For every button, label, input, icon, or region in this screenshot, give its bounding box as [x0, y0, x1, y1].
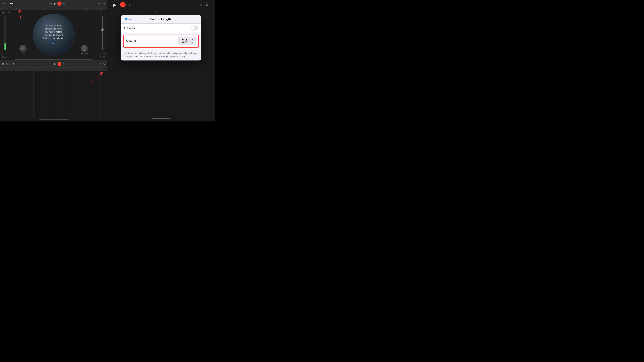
svg-text:5: 5 — [138, 11, 138, 13]
loop-bottom-icon[interactable]: ○ — [100, 62, 102, 65]
level-meter — [4, 16, 6, 50]
play-button[interactable]: ▶ — [54, 2, 56, 5]
svg-rect-38 — [107, 9, 215, 13]
tone-label: Tone — [21, 53, 25, 54]
svg-text:4: 4 — [44, 8, 45, 9]
settings-top-icon[interactable]: ⚙ — [102, 1, 106, 6]
manual-section: Manual 24 ∧ ∨ — [123, 34, 199, 48]
hint-text: Tap the arrows to change the length incr… — [121, 49, 201, 60]
rewind-button[interactable]: ⏮ — [50, 2, 53, 5]
channel-label: Channel — [2, 56, 8, 58]
record-dialog: Point your iPhone towards the sound you … — [43, 24, 64, 45]
svg-text:2: 2 — [16, 8, 17, 9]
svg-text:2: 2 — [16, 68, 17, 70]
back-button[interactable]: ‹ Back — [124, 18, 131, 21]
bottom-scrollbar[interactable] — [39, 119, 68, 120]
svg-text:8: 8 — [196, 11, 196, 13]
layout-box-icon[interactable]: □ — [6, 1, 8, 6]
section-length-popover: ‹ Back Section Length Automatic Manual — [121, 15, 201, 60]
dialog-text: Point your iPhone towards the sound you … — [43, 24, 64, 40]
out-label: OUT — [102, 12, 106, 14]
in-label: IN — [2, 12, 4, 14]
layout-list-icon[interactable]: ≡≡ — [10, 1, 14, 6]
track-area[interactable] — [0, 71, 107, 118]
right-panel: ▶ △ ○ ⚙ 5 6 7 8 ‹ Back — [107, 0, 215, 121]
settings-right-icon[interactable]: ⚙ — [206, 3, 209, 7]
record-button[interactable] — [58, 1, 62, 6]
stepper-container: 24 ∧ ∨ — [178, 37, 196, 45]
bottom-scrollbar-area — [0, 118, 107, 121]
monitor-label: Monitor — [100, 56, 106, 58]
svg-text:3: 3 — [30, 8, 31, 9]
svg-text:6: 6 — [72, 68, 73, 70]
fx-button[interactable]: FX — [12, 63, 14, 65]
back-label: Back — [125, 18, 131, 21]
right-slider[interactable] — [102, 16, 103, 50]
popover-body: Automatic Manual 24 ∧ ∨ — [121, 23, 201, 60]
audio-content-area: IN ✏ OUT Point your iPhone towards the s… — [0, 10, 107, 59]
home-indicator-bar — [107, 116, 215, 121]
top-ruler: 1 2 3 4 5 6 7 8 — [0, 7, 107, 10]
ok-button[interactable]: OK — [49, 41, 58, 45]
svg-text:5: 5 — [58, 68, 59, 70]
add-section-button[interactable]: + — [104, 67, 106, 71]
toggle-thumb — [191, 26, 195, 30]
popover-title: Section Length — [131, 17, 189, 21]
mixer-icon[interactable]: ⫶ — [15, 1, 18, 6]
mic-icon[interactable]: 🎙 — [5, 62, 8, 65]
edit-icon[interactable]: ✏ — [8, 12, 10, 14]
back-chevron-icon: ‹ — [124, 18, 124, 21]
home-indicator — [152, 118, 170, 119]
svg-text:7: 7 — [87, 8, 88, 9]
track-editor-section: ⊏ 🎙 ⫶ FX ⏮ ▶ △ ○ ⚙ 1 2 3 — [0, 60, 107, 121]
right-ruler: 5 6 7 8 — [107, 9, 215, 14]
brightness-icon[interactable]: ☀ — [97, 1, 101, 6]
record-right-button[interactable] — [120, 2, 126, 7]
svg-text:6: 6 — [72, 8, 73, 9]
stepper-down-button[interactable]: ∨ — [191, 41, 194, 44]
manual-label: Manual — [126, 39, 178, 43]
svg-text:4: 4 — [44, 68, 45, 70]
svg-text:8: 8 — [101, 8, 102, 9]
metronome-bottom-button[interactable]: △ — [63, 62, 64, 65]
squeeze-knob[interactable] — [81, 45, 88, 52]
svg-text:3: 3 — [30, 68, 31, 70]
stepper-up-button[interactable]: ∧ — [191, 38, 194, 41]
loop-right-icon[interactable]: ○ — [200, 3, 202, 7]
svg-text:7: 7 — [176, 11, 177, 13]
svg-text:6: 6 — [157, 11, 158, 13]
top-scrollbar[interactable] — [15, 59, 92, 60]
popover-header: ‹ Back Section Length — [121, 15, 201, 23]
automatic-label: Automatic — [124, 27, 190, 30]
top-toolbar: ▾ □ ≡≡ ⫶ ⏮ ▶ △ ☀ ⚙ — [0, 0, 107, 7]
squeeze-label: Squeeze — [81, 53, 88, 54]
mixer-bottom-icon[interactable]: ⫶ — [9, 62, 10, 65]
svg-text:8: 8 — [101, 68, 102, 70]
rewind-bottom-button[interactable]: ⏮ — [50, 62, 52, 65]
stepper-arrows: ∧ ∨ — [191, 38, 194, 44]
automatic-toggle[interactable] — [190, 26, 198, 30]
off-label: Off — [104, 53, 106, 55]
svg-text:7: 7 — [87, 68, 88, 70]
svg-text:1: 1 — [2, 8, 2, 9]
play-right-button[interactable]: ▶ — [113, 2, 116, 7]
audio-recorder-section: ▾ □ ≡≡ ⫶ ⏮ ▶ △ ☀ ⚙ 1 2 3 — [0, 0, 107, 60]
mic-label: Mic — [2, 53, 4, 55]
right-content-area: ‹ Back Section Length Automatic Manual — [107, 14, 215, 116]
right-toolbar: ▶ △ ○ ⚙ — [107, 0, 215, 9]
metronome-right-button[interactable]: △ — [129, 3, 132, 7]
bottom-ruler: 1 2 3 4 5 6 7 8 + — [0, 67, 107, 71]
record-bottom-button[interactable] — [58, 62, 61, 66]
tone-knob[interactable] — [20, 45, 26, 52]
track-icon[interactable]: ⊏ — [2, 62, 4, 65]
left-panel: ▾ □ ≡≡ ⫶ ⏮ ▶ △ ☀ ⚙ 1 2 3 — [0, 0, 107, 121]
metronome-button[interactable]: △ — [63, 2, 65, 5]
play-bottom-button[interactable]: ▶ — [54, 62, 56, 65]
dropdown-icon[interactable]: ▾ — [2, 1, 4, 6]
automatic-row: Automatic — [121, 23, 201, 33]
bottom-toolbar: ⊏ 🎙 ⫶ FX ⏮ ▶ △ ○ ⚙ — [0, 60, 107, 67]
svg-text:1: 1 — [2, 68, 2, 70]
settings-bottom-icon[interactable]: ⚙ — [103, 62, 106, 65]
svg-text:5: 5 — [58, 8, 59, 9]
squeeze-knob-group: Squeeze — [81, 45, 88, 54]
